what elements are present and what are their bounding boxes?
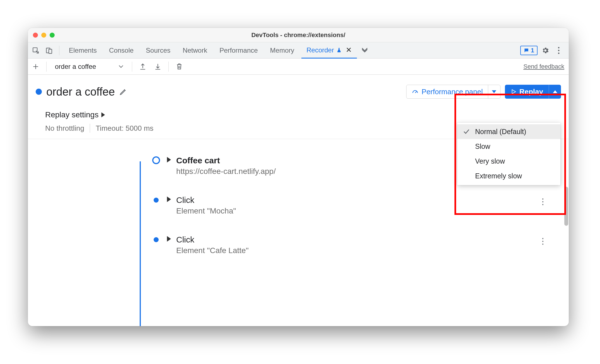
inspect-element-icon[interactable] (30, 45, 41, 56)
tab-sources[interactable]: Sources (141, 42, 175, 58)
speed-option-extremely-slow[interactable]: Extremely slow (457, 169, 560, 183)
minimize-window-button[interactable] (41, 33, 46, 38)
expand-step-button[interactable] (167, 196, 171, 202)
replay-button[interactable]: Replay (505, 85, 561, 99)
chevron-right-icon (101, 112, 105, 117)
recorder-toolbar: order a coffee Send feedback (28, 59, 569, 75)
step-start-marker (152, 156, 160, 164)
replay-main[interactable]: Replay (505, 85, 549, 99)
separator (168, 62, 169, 72)
expand-step-button[interactable] (167, 157, 171, 162)
delete-button[interactable] (173, 60, 185, 73)
replay-speed-menu: Normal (Default) Slow Very slow Extremel… (457, 123, 560, 185)
step-more-button[interactable]: ⋮ (536, 235, 549, 247)
new-recording-button[interactable] (30, 60, 42, 73)
recording-title: order a coffee (46, 86, 115, 98)
issues-button[interactable]: 1 (520, 46, 538, 55)
speed-option-label: Slow (475, 142, 490, 151)
step-name: Click (176, 195, 531, 205)
step-detail: Element "Cafe Latte" (176, 246, 531, 255)
replay-label: Replay (519, 88, 543, 96)
recording-header: order a coffee Performance panel (28, 75, 569, 104)
scrollbar-thumb[interactable] (564, 187, 568, 226)
gauge-icon (412, 88, 419, 95)
divider (59, 46, 59, 55)
replay-settings-label: Replay settings (45, 110, 98, 119)
recording-select[interactable]: order a coffee (51, 60, 127, 73)
tab-recorder[interactable]: Recorder ✕ (301, 43, 357, 59)
replay-settings-toggle[interactable]: Replay settings (45, 110, 551, 119)
timeout-value: Timeout: 5000 ms (96, 124, 153, 133)
step-detail: Element "Mocha" (176, 207, 531, 215)
devtools-window: DevTools - chrome://extensions/ Elements… (28, 28, 569, 326)
step-more-button[interactable]: ⋮ (536, 195, 549, 207)
expand-step-button[interactable] (167, 236, 171, 242)
speed-option-label: Extremely slow (475, 172, 522, 180)
devtools-tabbar: Elements Console Sources Network Perform… (28, 42, 569, 59)
separator (46, 62, 47, 72)
svg-point-4 (558, 50, 560, 51)
step-row: Click Element "Cafe Latte" ⋮ (117, 235, 552, 275)
replay-caret[interactable] (549, 85, 561, 99)
throttling-value: No throttling (45, 124, 84, 133)
recording-select-label: order a coffee (55, 63, 96, 71)
chevron-right-icon (167, 196, 171, 202)
tab-elements[interactable]: Elements (64, 42, 102, 58)
performance-panel-label: Performance panel (422, 88, 483, 96)
recording-status-dot (36, 89, 42, 95)
tab-performance[interactable]: Performance (214, 42, 263, 58)
step-row: Click Element "Mocha" ⋮ (117, 195, 552, 235)
speed-option-very-slow[interactable]: Very slow (457, 154, 560, 169)
chevron-right-icon (167, 157, 171, 162)
step-name: Click (176, 235, 531, 244)
window-title: DevTools - chrome://extensions/ (28, 31, 569, 39)
performance-panel-caret[interactable] (488, 85, 500, 98)
more-tabs-icon[interactable] (359, 45, 370, 56)
export-button[interactable] (137, 60, 149, 73)
speed-option-label: Normal (Default) (475, 128, 526, 136)
message-icon (524, 48, 529, 53)
performance-panel-main[interactable]: Performance panel (407, 85, 488, 98)
tab-recorder-label: Recorder (306, 46, 334, 54)
issues-count: 1 (531, 47, 534, 54)
close-tab-icon[interactable]: ✕ (346, 46, 352, 54)
performance-panel-button[interactable]: Performance panel (406, 85, 500, 99)
kebab-menu-icon[interactable] (553, 45, 564, 56)
close-window-button[interactable] (33, 33, 38, 38)
tab-network[interactable]: Network (178, 42, 212, 58)
send-feedback-link[interactable]: Send feedback (523, 63, 564, 70)
chevron-down-icon (118, 65, 124, 68)
flask-icon (336, 47, 342, 53)
separator (132, 62, 132, 72)
chevron-right-icon (167, 236, 171, 242)
speed-option-slow[interactable]: Slow (457, 139, 560, 154)
tab-console[interactable]: Console (104, 42, 139, 58)
settings-icon[interactable] (540, 45, 551, 56)
tab-memory[interactable]: Memory (265, 42, 299, 58)
divider (90, 124, 90, 133)
step-marker (154, 237, 159, 242)
speed-option-label: Very slow (475, 157, 505, 165)
svg-point-5 (558, 52, 560, 54)
play-icon (511, 89, 517, 95)
check-icon (463, 129, 470, 134)
device-toolbar-icon[interactable] (43, 45, 55, 56)
svg-point-3 (558, 47, 560, 48)
svg-rect-2 (49, 49, 52, 53)
step-marker (154, 198, 159, 203)
speed-option-normal[interactable]: Normal (Default) (457, 124, 560, 139)
import-button[interactable] (152, 60, 164, 73)
edit-title-button[interactable] (119, 88, 127, 96)
window-controls (33, 33, 55, 38)
maximize-window-button[interactable] (50, 33, 55, 38)
titlebar: DevTools - chrome://extensions/ (28, 28, 569, 42)
